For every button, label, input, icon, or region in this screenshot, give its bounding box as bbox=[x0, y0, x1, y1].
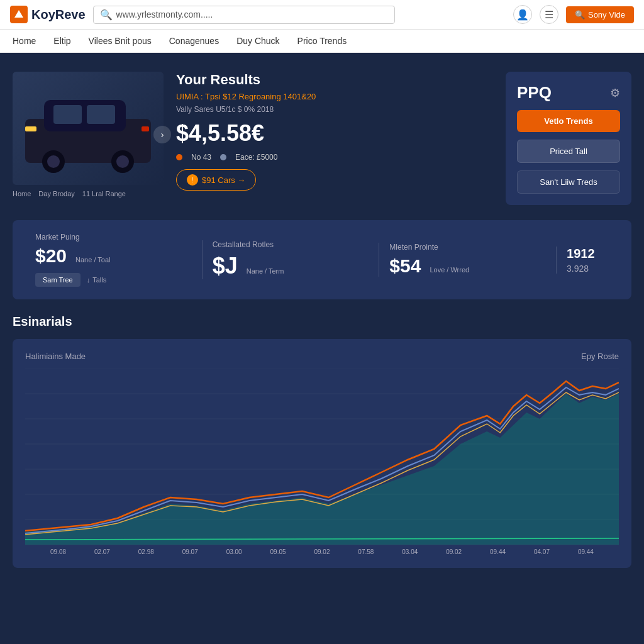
x-label-11: 04.07 bbox=[534, 548, 550, 555]
median-sub: Love / Wrred bbox=[430, 266, 469, 274]
car-tag-day: Day Broday bbox=[38, 190, 74, 197]
header: KoyReve 🔍 👤 ☰ 🔍 Sony Vide bbox=[0, 0, 644, 30]
x-label-1: 02.07 bbox=[94, 548, 110, 555]
nav-conagenues[interactable]: Conagenues bbox=[169, 36, 219, 46]
x-label-9: 09.02 bbox=[446, 548, 462, 555]
calculated-label: Cestallated Rotles bbox=[213, 240, 369, 249]
x-label-7: 07.58 bbox=[358, 548, 374, 555]
nav-vilees[interactable]: Vilees Bnit pous bbox=[89, 36, 152, 46]
x-label-4: 03.00 bbox=[226, 548, 242, 555]
priced-tall-option[interactable]: Priced Tall bbox=[517, 140, 620, 163]
result-price: $4,5.58€ bbox=[176, 120, 493, 147]
x-label-5: 09.05 bbox=[270, 548, 286, 555]
extra-block: 1912 3.928 bbox=[556, 247, 619, 274]
essentials-title: Esinarials bbox=[13, 314, 631, 329]
logo: KoyReve bbox=[10, 6, 86, 23]
sam-tree-button[interactable]: Sam Tree bbox=[35, 273, 80, 287]
logo-icon bbox=[10, 6, 28, 23]
median-value: $54 bbox=[389, 255, 421, 277]
badge-dot-orange bbox=[176, 154, 182, 160]
calculated-sub: Nane / Term bbox=[247, 267, 284, 275]
car-image-container: › Home Day Broday 11 Lral Range bbox=[13, 72, 164, 197]
car-tags: Home Day Broday 11 Lral Range bbox=[13, 190, 164, 197]
logo-text: KoyReve bbox=[31, 8, 86, 22]
x-label-2: 02.98 bbox=[138, 548, 154, 555]
car-tag-home: Home bbox=[13, 190, 31, 197]
nav-home[interactable]: Home bbox=[13, 36, 36, 46]
header-icons: 👤 ☰ 🔍 Sony Vide bbox=[513, 5, 634, 24]
result-subtitle: UIMIA : Tpsi $12 Regroaning 1401&20 bbox=[176, 92, 493, 101]
stats-section: Market Puing $20 Nane / Toal Sam Tree ↓ … bbox=[13, 220, 631, 299]
badge-eace: Eace: £5000 bbox=[235, 153, 277, 162]
search-icon: 🔍 bbox=[100, 9, 113, 21]
badge-no: No 43 bbox=[191, 153, 211, 162]
next-arrow[interactable]: › bbox=[153, 126, 171, 143]
chart-section: Halimiains Made Epy Roste bbox=[13, 339, 631, 568]
view-cars-button[interactable]: ! $91 Cars → bbox=[176, 169, 256, 191]
calculated-block: Cestallated Rotles $J Nane / Term bbox=[202, 240, 379, 279]
x-label-6: 09.02 bbox=[314, 548, 330, 555]
chart-area bbox=[25, 369, 619, 545]
user-icon[interactable]: 👤 bbox=[513, 5, 532, 24]
svg-point-8 bbox=[116, 155, 129, 168]
sant-liiw-option[interactable]: San't Liiw Treds bbox=[517, 170, 620, 194]
calculated-value: $J bbox=[213, 253, 238, 279]
extra-value: 1912 bbox=[567, 247, 609, 261]
result-meta: Vally Sares U5/1c $ 0% 2018 bbox=[176, 105, 493, 114]
nav-prico-trends[interactable]: Prico Trends bbox=[297, 36, 347, 46]
header-btn-label: Sony Vide bbox=[588, 10, 625, 19]
result-info: Your Results UIMIA : Tpsi $12 Regroaning… bbox=[176, 72, 493, 191]
market-value: $20 bbox=[35, 245, 67, 267]
main-action-button[interactable]: 🔍 Sony Vide bbox=[566, 6, 634, 23]
x-label-3: 09.07 bbox=[182, 548, 198, 555]
vetlo-trends-button[interactable]: Vetlo Trends bbox=[517, 110, 620, 132]
chart-left-label: Halimiains Made bbox=[25, 352, 86, 361]
nav-eltip[interactable]: Eltip bbox=[53, 36, 70, 46]
svg-rect-3 bbox=[53, 105, 82, 124]
header-btn-icon: 🔍 bbox=[575, 10, 585, 19]
view-cars-label: $91 Cars → bbox=[202, 175, 245, 185]
view-cars-icon: ! bbox=[187, 174, 198, 186]
ppq-card: PPQ ⚙ Vetlo Trends Priced Tall San't Lii… bbox=[506, 72, 631, 205]
svg-rect-4 bbox=[87, 105, 115, 124]
extra2-value: 3.928 bbox=[567, 264, 609, 274]
market-actions: Sam Tree ↓ Talls bbox=[35, 273, 192, 287]
search-bar[interactable]: 🔍 bbox=[93, 6, 395, 24]
x-label-12: 09.44 bbox=[578, 548, 594, 555]
svg-rect-9 bbox=[25, 126, 36, 131]
market-puing-block: Market Puing $20 Nane / Toal Sam Tree ↓ … bbox=[25, 233, 202, 287]
market-sub: Nane / Toal bbox=[75, 256, 110, 264]
chart-header: Halimiains Made Epy Roste bbox=[25, 352, 619, 361]
car-image bbox=[13, 72, 164, 185]
x-label-8: 03.04 bbox=[402, 548, 418, 555]
x-label-0: 09.08 bbox=[50, 548, 66, 555]
median-label: Mleten Prointe bbox=[389, 243, 546, 252]
x-label-10: 09.44 bbox=[490, 548, 506, 555]
chart-x-labels: 09.08 02.07 02.98 09.07 03.00 09.05 09.0… bbox=[25, 548, 619, 555]
ppq-header: PPQ ⚙ bbox=[517, 83, 620, 103]
ppq-title: PPQ bbox=[517, 83, 552, 103]
navigation: Home Eltip Vilees Bnit pous Conagenues D… bbox=[0, 30, 644, 53]
chart-right-label: Epy Roste bbox=[581, 352, 619, 361]
nav-duy-chuck[interactable]: Duy Chuck bbox=[236, 36, 279, 46]
result-title: Your Results bbox=[176, 72, 493, 88]
market-label: Market Puing bbox=[35, 233, 192, 242]
car-tag-range: 11 Lral Range bbox=[82, 190, 126, 197]
svg-marker-0 bbox=[14, 10, 23, 18]
down-arrow-icon: ↓ bbox=[87, 276, 91, 284]
talls-label: ↓ Talls bbox=[87, 276, 107, 284]
svg-rect-10 bbox=[142, 126, 149, 131]
result-badges: No 43 Eace: £5000 bbox=[176, 153, 493, 162]
menu-icon[interactable]: ☰ bbox=[540, 5, 558, 24]
result-section: › Home Day Broday 11 Lral Range Your Res… bbox=[13, 72, 631, 205]
badge-dot-gray bbox=[220, 154, 226, 160]
median-block: Mleten Prointe $54 Love / Wrred bbox=[379, 243, 556, 277]
search-input[interactable] bbox=[116, 9, 388, 19]
svg-point-6 bbox=[47, 155, 60, 168]
ppq-settings-icon[interactable]: ⚙ bbox=[610, 86, 620, 100]
main-content: › Home Day Broday 11 Lral Range Your Res… bbox=[0, 53, 644, 580]
